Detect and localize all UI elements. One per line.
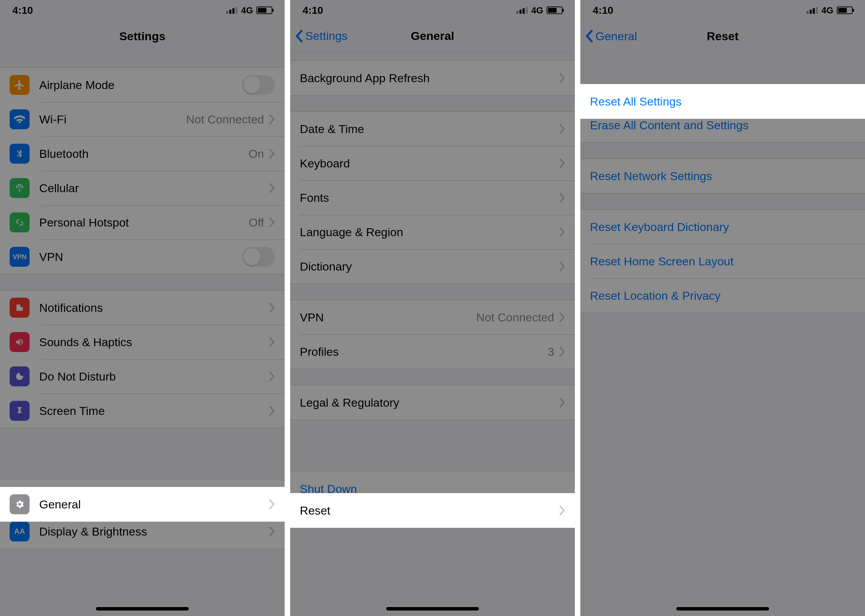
label: Legal & Regulatory bbox=[300, 396, 559, 409]
row-reset[interactable]: Reset bbox=[290, 493, 575, 528]
chevron-right-icon bbox=[269, 371, 275, 382]
row-profiles[interactable]: Profiles 3 bbox=[290, 335, 575, 369]
chevron-right-icon bbox=[269, 217, 275, 228]
page-title: General bbox=[411, 29, 455, 42]
general-icon bbox=[9, 494, 30, 514]
label: Reset Location & Privacy bbox=[590, 289, 856, 303]
row-cellular[interactable]: Cellular bbox=[0, 171, 285, 205]
back-button[interactable]: Settings bbox=[295, 20, 348, 51]
chevron-right-icon bbox=[559, 124, 565, 134]
label: Reset Keyboard Dictionary bbox=[590, 220, 856, 234]
svg-point-1 bbox=[20, 304, 23, 307]
status-network: 4G bbox=[821, 5, 834, 16]
label: Bluetooth bbox=[39, 147, 248, 160]
label: Cellular bbox=[39, 181, 269, 195]
back-label: General bbox=[596, 30, 637, 43]
value: 3 bbox=[548, 345, 554, 358]
row-keyboard[interactable]: Keyboard bbox=[290, 146, 575, 181]
row-general[interactable]: General bbox=[0, 487, 285, 522]
label: Reset Home Screen Layout bbox=[590, 255, 856, 268]
chevron-right-icon bbox=[559, 227, 565, 237]
airplane-icon bbox=[9, 75, 30, 95]
row-wifi[interactable]: Wi-Fi Not Connected bbox=[0, 102, 285, 137]
settings-screen: 4:10 4G Settings Airplane Mode Wi-Fi bbox=[0, 0, 285, 616]
label: Language & Region bbox=[300, 225, 559, 239]
reset-screen: 4:10 4G General Reset Erase All Content … bbox=[580, 0, 865, 616]
row-sounds[interactable]: Sounds & Haptics bbox=[0, 325, 285, 359]
row-do-not-disturb[interactable]: Do Not Disturb bbox=[0, 359, 285, 394]
status-time: 4:10 bbox=[593, 5, 613, 16]
label: VPN bbox=[39, 250, 242, 264]
home-indicator[interactable] bbox=[96, 607, 189, 611]
label: Fonts bbox=[300, 191, 559, 204]
home-indicator[interactable] bbox=[676, 607, 769, 611]
row-vpn[interactable]: VPN Not Connected bbox=[290, 300, 575, 335]
row-legal[interactable]: Legal & Regulatory bbox=[290, 385, 575, 420]
screentime-icon bbox=[9, 401, 30, 421]
home-indicator[interactable] bbox=[386, 607, 479, 611]
cellular-icon bbox=[9, 178, 30, 198]
nav-bar: Settings bbox=[0, 20, 285, 52]
row-reset-all-settings[interactable]: Reset All Settings bbox=[580, 84, 865, 119]
row-screen-time[interactable]: Screen Time bbox=[0, 394, 285, 428]
back-button[interactable]: General bbox=[585, 20, 637, 52]
row-vpn[interactable]: VPN VPN bbox=[0, 240, 285, 274]
label: Reset Network Settings bbox=[590, 170, 856, 183]
label: General bbox=[39, 498, 269, 511]
row-personal-hotspot[interactable]: Personal Hotspot Off bbox=[0, 205, 285, 240]
vpn-icon: VPN bbox=[9, 247, 30, 267]
row-airplane-mode[interactable]: Airplane Mode bbox=[0, 68, 285, 102]
status-bar: 4:10 4G bbox=[0, 0, 285, 20]
hotspot-icon bbox=[9, 212, 30, 233]
chevron-right-icon bbox=[559, 347, 565, 357]
value: On bbox=[248, 147, 264, 160]
status-network: 4G bbox=[531, 5, 543, 16]
airplane-toggle[interactable] bbox=[242, 75, 275, 95]
nav-bar: Settings General bbox=[290, 20, 575, 52]
row-language-region[interactable]: Language & Region bbox=[290, 215, 575, 249]
status-bar: 4:10 4G bbox=[580, 0, 865, 20]
display-icon: AA bbox=[9, 522, 30, 541]
row-bluetooth[interactable]: Bluetooth On bbox=[0, 137, 285, 171]
row-dictionary[interactable]: Dictionary bbox=[290, 249, 575, 284]
chevron-right-icon bbox=[269, 303, 275, 313]
chevron-right-icon bbox=[559, 312, 565, 322]
general-screen: 4:10 4G Settings General Background App … bbox=[290, 0, 575, 616]
page-title: Settings bbox=[119, 30, 165, 43]
signal-icon bbox=[516, 7, 528, 14]
row-reset-location-privacy[interactable]: Reset Location & Privacy bbox=[580, 278, 865, 313]
status-network: 4G bbox=[241, 5, 253, 16]
label: VPN bbox=[300, 311, 476, 324]
dnd-icon bbox=[9, 366, 30, 387]
value: Not Connected bbox=[186, 113, 264, 126]
page-title: Reset bbox=[707, 30, 739, 43]
bluetooth-icon bbox=[9, 144, 30, 163]
chevron-right-icon bbox=[559, 261, 565, 272]
chevron-right-icon bbox=[269, 183, 275, 193]
row-date-time[interactable]: Date & Time bbox=[290, 112, 575, 146]
row-notifications[interactable]: Notifications bbox=[0, 291, 285, 325]
chevron-right-icon bbox=[559, 73, 565, 83]
row-reset-home-layout[interactable]: Reset Home Screen Layout bbox=[580, 244, 865, 278]
label: Do Not Disturb bbox=[39, 370, 269, 383]
row-bg-app-refresh[interactable]: Background App Refresh bbox=[290, 61, 575, 95]
sounds-icon bbox=[9, 332, 30, 352]
label: Sounds & Haptics bbox=[39, 335, 269, 349]
chevron-right-icon bbox=[269, 405, 275, 416]
chevron-right-icon bbox=[269, 526, 275, 537]
row-fonts[interactable]: Fonts bbox=[290, 181, 575, 215]
row-reset-keyboard-dict[interactable]: Reset Keyboard Dictionary bbox=[580, 210, 865, 244]
nav-bar: General Reset bbox=[580, 20, 865, 52]
vpn-toggle[interactable] bbox=[242, 247, 275, 267]
value: Off bbox=[248, 216, 264, 229]
chevron-right-icon bbox=[559, 158, 565, 168]
label: Profiles bbox=[300, 345, 548, 358]
battery-icon bbox=[837, 6, 852, 14]
row-reset-network[interactable]: Reset Network Settings bbox=[580, 159, 865, 193]
chevron-right-icon bbox=[559, 505, 565, 515]
chevron-right-icon bbox=[559, 398, 565, 408]
label: Reset All Settings bbox=[590, 95, 856, 108]
label: Airplane Mode bbox=[39, 79, 242, 92]
label: Dictionary bbox=[300, 260, 559, 273]
label: Background App Refresh bbox=[300, 71, 559, 85]
